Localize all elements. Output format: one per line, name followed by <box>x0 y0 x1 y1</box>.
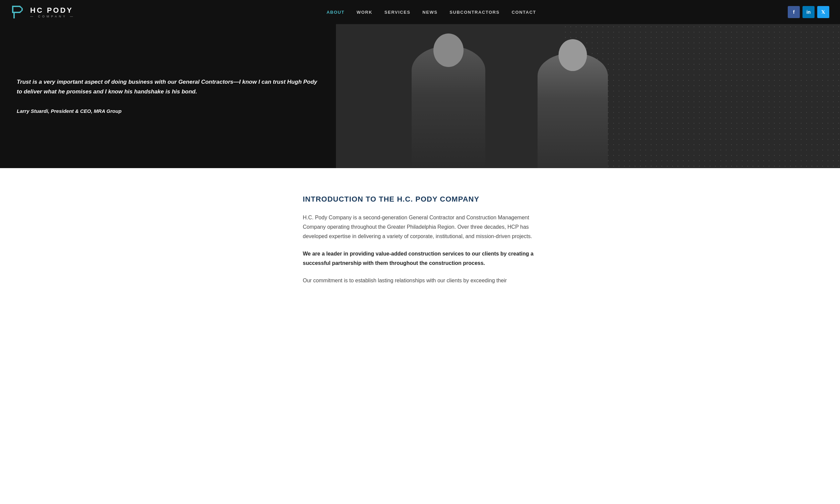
nav-link-services[interactable]: SERVICES <box>385 10 411 15</box>
hero-attribution: Larry Stuardi, President & CEO, MRA Grou… <box>17 108 319 115</box>
content-paragraph-3: Our commitment is to establish lasting r… <box>303 276 537 285</box>
hero-text: Trust is a very important aspect of doin… <box>0 24 336 168</box>
nav-link-contact[interactable]: CONTACT <box>512 10 536 15</box>
svg-marker-1 <box>12 6 17 13</box>
logo[interactable]: HC PODY — COMPANY — <box>11 4 75 20</box>
hero-image <box>336 24 840 168</box>
logo-text: HC PODY — COMPANY — <box>30 6 75 18</box>
facebook-link[interactable]: f <box>788 6 800 18</box>
head-left <box>433 34 464 67</box>
svg-marker-2 <box>17 6 23 13</box>
hero-section: Trust is a very important aspect of doin… <box>0 24 840 168</box>
navigation: HC PODY — COMPANY — ABOUT WORK SERVICES … <box>0 0 840 24</box>
content-paragraph-2: We are a leader in providing value-added… <box>303 249 537 268</box>
person-right <box>538 53 608 168</box>
twitter-link[interactable]: 𝕏 <box>817 6 829 18</box>
linkedin-link[interactable]: in <box>803 6 815 18</box>
content-inner: INTRODUCTION TO THE H.C. PODY COMPANY H.… <box>289 195 551 293</box>
nav-link-subcontractors[interactable]: SUBCONTRACTORS <box>449 10 499 15</box>
nav-link-news[interactable]: NEWS <box>422 10 437 15</box>
svg-marker-3 <box>13 13 15 18</box>
hero-quote: Trust is a very important aspect of doin… <box>17 77 319 97</box>
social-links: f in 𝕏 <box>788 6 829 18</box>
hero-photo <box>336 24 840 168</box>
brand-name: HC PODY <box>30 6 75 15</box>
nav-links: ABOUT WORK SERVICES NEWS SUBCONTRACTORS … <box>326 10 536 15</box>
nav-link-about[interactable]: ABOUT <box>326 10 345 15</box>
nav-link-work[interactable]: WORK <box>357 10 372 15</box>
section-title: INTRODUCTION TO THE H.C. PODY COMPANY <box>303 195 537 204</box>
content-paragraph-1: H.C. Pody Company is a second-generation… <box>303 213 537 241</box>
logo-icon <box>11 4 26 20</box>
head-right <box>559 39 587 71</box>
person-left <box>412 46 485 168</box>
content-section: INTRODUCTION TO THE H.C. PODY COMPANY H.… <box>0 168 840 320</box>
brand-sub: — COMPANY — <box>30 15 75 18</box>
